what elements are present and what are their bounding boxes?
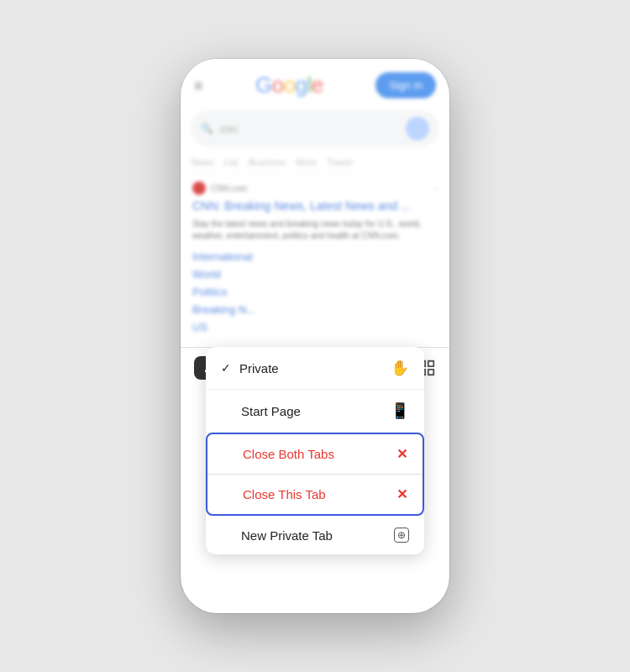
sign-in-button[interactable]: Sign in bbox=[375, 72, 436, 98]
new-private-tab-label: New Private Tab bbox=[241, 528, 333, 543]
close-both-tabs-label: Close Both Tabs bbox=[243, 447, 334, 461]
logo-o2: o bbox=[284, 72, 296, 97]
logo-g2: g bbox=[296, 72, 307, 97]
menu-item-new-private-tab[interactable]: New Private Tab ⊕ bbox=[206, 516, 424, 554]
close-this-tab-label: Close This Tab bbox=[243, 487, 326, 501]
favicon bbox=[192, 181, 206, 195]
search-result: CNN.com › CNN: Breaking News, Latest New… bbox=[192, 181, 438, 242]
user-avatar bbox=[406, 117, 429, 140]
logo-g: G bbox=[255, 72, 272, 97]
nav-tabs: News List Business More Travel bbox=[181, 152, 449, 173]
phone-frame: ≡ Google Sign in 🔍 cnn News List Busines… bbox=[181, 59, 449, 613]
search-input-value[interactable]: cnn bbox=[220, 123, 399, 135]
menu-item-start-page[interactable]: Start Page 📱 bbox=[206, 390, 424, 433]
section-breaking[interactable]: Breaking N... bbox=[192, 303, 438, 316]
tab-more[interactable]: More bbox=[296, 157, 317, 167]
google-logo: Google bbox=[255, 72, 323, 98]
section-us[interactable]: US bbox=[192, 321, 438, 333]
section-world[interactable]: World bbox=[192, 268, 438, 281]
context-menu: ✓ Private ✋ Start Page 📱 Close Both Tabs… bbox=[206, 347, 424, 554]
menu-item-close-both-tabs[interactable]: Close Both Tabs ✕ bbox=[207, 434, 423, 475]
close-this-x-icon: ✕ bbox=[396, 486, 407, 502]
phone-icon: 📱 bbox=[391, 402, 409, 420]
search-bar[interactable]: 🔍 cnn bbox=[191, 110, 439, 147]
tab-news[interactable]: News bbox=[191, 157, 214, 167]
logo-o1: o bbox=[272, 72, 284, 97]
private-label: Private bbox=[239, 361, 279, 375]
result-action-icon: › bbox=[435, 184, 438, 193]
highlighted-close-group: Close Both Tabs ✕ Close This Tab ✕ bbox=[206, 433, 424, 516]
hamburger-icon[interactable]: ≡ bbox=[194, 78, 203, 93]
hand-icon: ✋ bbox=[391, 359, 409, 377]
search-icon: 🔍 bbox=[201, 123, 213, 134]
svg-rect-2 bbox=[428, 360, 433, 365]
result-snippet: Stay the latest news and breaking news t… bbox=[192, 218, 438, 242]
tab-list[interactable]: List bbox=[224, 157, 239, 167]
menu-item-close-this-tab[interactable]: Close This Tab ✕ bbox=[207, 475, 423, 514]
menu-item-private[interactable]: ✓ Private ✋ bbox=[206, 347, 424, 390]
svg-rect-3 bbox=[428, 369, 433, 374]
logo-e: e bbox=[312, 72, 323, 97]
content-area: CNN.com › CNN: Breaking News, Latest New… bbox=[181, 173, 449, 347]
tab-business[interactable]: Business bbox=[249, 157, 286, 167]
result-source: CNN.com › bbox=[192, 181, 438, 195]
section-politics[interactable]: Politics bbox=[192, 286, 438, 298]
source-name: CNN.com bbox=[211, 184, 247, 193]
result-title[interactable]: CNN: Breaking News, Latest News and ... bbox=[192, 198, 438, 215]
blurred-background: ≡ Google Sign in 🔍 cnn News List Busines… bbox=[181, 59, 449, 347]
tab-travel[interactable]: Travel bbox=[327, 157, 352, 167]
section-international[interactable]: International bbox=[192, 250, 438, 263]
close-both-x-icon: ✕ bbox=[396, 446, 407, 462]
google-header: ≡ Google Sign in bbox=[181, 59, 449, 105]
new-tab-icon: ⊕ bbox=[394, 528, 409, 543]
checkmark-icon: ✓ bbox=[221, 361, 231, 375]
start-page-label: Start Page bbox=[241, 404, 301, 418]
